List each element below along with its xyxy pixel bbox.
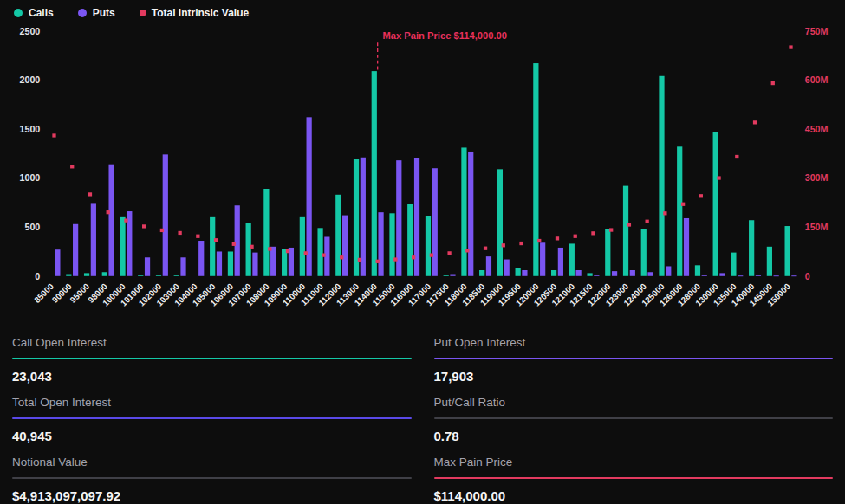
intrinsic-point[interactable] — [322, 253, 325, 256]
call-bar[interactable] — [695, 265, 700, 275]
call-bar[interactable] — [677, 146, 682, 275]
calls-bars[interactable] — [66, 63, 790, 276]
call-bar[interactable] — [246, 223, 251, 275]
intrinsic-point[interactable] — [250, 244, 253, 248]
intrinsic-point[interactable] — [196, 234, 199, 237]
put-bar[interactable] — [486, 256, 491, 276]
put-bar[interactable] — [791, 275, 796, 276]
put-bar[interactable] — [108, 164, 114, 275]
call-bar[interactable] — [569, 243, 575, 275]
intrinsic-point[interactable] — [340, 255, 343, 259]
call-bar[interactable] — [300, 216, 305, 275]
put-bar[interactable] — [756, 275, 761, 275]
put-bar[interactable] — [774, 275, 779, 276]
intrinsic-point[interactable] — [124, 218, 127, 222]
call-bar[interactable] — [317, 228, 322, 275]
intrinsic-point[interactable] — [160, 228, 164, 231]
put-bar[interactable] — [145, 257, 150, 276]
put-bar[interactable] — [270, 246, 276, 275]
intrinsic-point[interactable] — [142, 224, 146, 228]
put-bar[interactable] — [378, 212, 383, 276]
call-bar[interactable] — [156, 275, 161, 276]
intrinsic-point[interactable] — [771, 81, 775, 84]
intrinsic-point[interactable] — [699, 194, 703, 197]
call-bar[interactable] — [479, 270, 484, 276]
put-bar[interactable] — [163, 154, 168, 275]
intrinsic-point[interactable] — [70, 165, 74, 168]
put-bar[interactable] — [198, 241, 204, 276]
call-bar[interactable] — [174, 275, 179, 275]
put-bar[interactable] — [719, 273, 725, 275]
intrinsic-point[interactable] — [646, 219, 649, 223]
put-bar[interactable] — [73, 223, 78, 275]
intrinsic-point[interactable] — [789, 45, 792, 48]
put-bar[interactable] — [612, 271, 617, 276]
put-bar[interactable] — [630, 270, 635, 276]
intrinsic-point[interactable] — [681, 202, 685, 205]
put-bar[interactable] — [702, 275, 707, 275]
put-bar[interactable] — [180, 257, 185, 276]
intrinsic-point[interactable] — [717, 176, 720, 179]
intrinsic-point[interactable] — [519, 241, 523, 244]
legend-item-calls[interactable]: Calls — [14, 7, 54, 19]
put-bar[interactable] — [558, 247, 563, 275]
put-bar[interactable] — [684, 217, 689, 275]
intrinsic-point[interactable] — [574, 234, 577, 237]
put-bar[interactable] — [647, 272, 653, 276]
intrinsic-point[interactable] — [753, 120, 757, 124]
put-bar[interactable] — [342, 215, 348, 275]
call-bar[interactable] — [444, 275, 449, 276]
put-bar[interactable] — [575, 270, 581, 276]
intrinsic-point[interactable] — [376, 259, 380, 262]
call-bar[interactable] — [66, 274, 71, 275]
intrinsic-point[interactable] — [393, 257, 397, 261]
call-bar[interactable] — [587, 273, 592, 275]
intrinsic-point[interactable] — [214, 238, 218, 242]
put-bar[interactable] — [450, 274, 455, 275]
put-bar[interactable] — [738, 275, 743, 276]
intrinsic-point[interactable] — [735, 154, 738, 158]
intrinsic-point[interactable] — [88, 192, 92, 196]
put-bar[interactable] — [504, 259, 510, 275]
call-bar[interactable] — [389, 213, 394, 275]
call-bar[interactable] — [731, 252, 736, 275]
intrinsic-point[interactable] — [430, 253, 433, 256]
put-bar[interactable] — [217, 251, 222, 275]
intrinsic-point[interactable] — [591, 231, 595, 235]
call-bar[interactable] — [533, 63, 538, 276]
call-bar[interactable] — [461, 147, 466, 275]
put-bar[interactable] — [594, 275, 599, 275]
call-bar[interactable] — [426, 216, 431, 275]
intrinsic-point[interactable] — [502, 243, 505, 247]
call-bar[interactable] — [372, 71, 377, 276]
call-bar[interactable] — [335, 194, 341, 275]
intrinsic-point[interactable] — [232, 242, 236, 245]
put-bar[interactable] — [55, 249, 60, 276]
intrinsic-point[interactable] — [484, 246, 487, 249]
put-bar[interactable] — [252, 252, 257, 275]
intrinsic-point[interactable] — [537, 238, 541, 242]
call-bar[interactable] — [749, 220, 754, 276]
intrinsic-point[interactable] — [663, 211, 666, 215]
legend-item-puts[interactable]: Puts — [78, 7, 115, 19]
intrinsic-point[interactable] — [447, 251, 451, 255]
call-bar[interactable] — [210, 216, 215, 275]
call-bar[interactable] — [551, 270, 556, 276]
legend-item-intrinsic[interactable]: Total Intrinsic Value — [140, 7, 249, 19]
call-bar[interactable] — [605, 229, 610, 275]
put-bar[interactable] — [468, 151, 473, 275]
call-bar[interactable] — [623, 185, 628, 275]
put-bar[interactable] — [91, 203, 96, 275]
intrinsic-point[interactable] — [178, 230, 181, 234]
options-chart[interactable]: 050010001500200025000150M300M450M600M750… — [0, 21, 845, 316]
put-bar[interactable] — [540, 242, 545, 276]
call-bar[interactable] — [767, 246, 772, 275]
call-bar[interactable] — [641, 229, 647, 275]
intrinsic-point[interactable] — [556, 236, 559, 240]
call-bar[interactable] — [407, 204, 413, 276]
intrinsic-point[interactable] — [268, 247, 271, 250]
call-bar[interactable] — [659, 75, 664, 275]
call-bar[interactable] — [263, 189, 269, 276]
call-bar[interactable] — [84, 273, 89, 275]
call-bar[interactable] — [516, 268, 521, 275]
